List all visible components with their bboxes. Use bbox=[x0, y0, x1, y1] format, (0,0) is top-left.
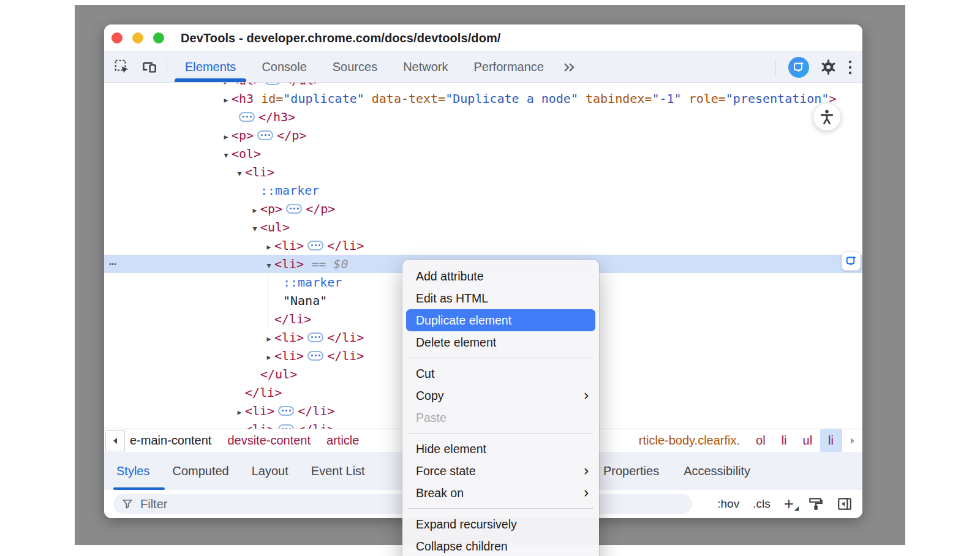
expand-ellipsis-button[interactable] bbox=[307, 351, 323, 361]
breadcrumb-item-li[interactable]: li bbox=[820, 429, 842, 452]
tab-console[interactable]: Console bbox=[249, 52, 319, 82]
tab-performance[interactable]: Performance bbox=[461, 52, 557, 82]
menu-item-hide-element[interactable]: Hide element bbox=[402, 438, 599, 460]
inspect-icon[interactable] bbox=[113, 58, 131, 77]
expand-ellipsis-button[interactable] bbox=[307, 332, 323, 342]
forward-icon[interactable] bbox=[842, 429, 862, 452]
dom-tree-row[interactable]: ▾<ol> bbox=[104, 145, 862, 163]
collapse-arrow-icon[interactable]: ▾ bbox=[221, 146, 232, 164]
menu-item-label: Delete element bbox=[416, 336, 496, 350]
close-button[interactable] bbox=[111, 32, 123, 43]
expand-arrow-icon[interactable]: ▸ bbox=[263, 348, 274, 366]
menu-item-force-state[interactable]: Force state› bbox=[402, 460, 599, 482]
menu-item-duplicate-element[interactable]: Duplicate element bbox=[406, 309, 595, 331]
ai-assistance-icon[interactable] bbox=[788, 57, 809, 78]
expand-ellipsis-button[interactable] bbox=[239, 112, 255, 122]
breadcrumb-item-rticle-body-clearfix[interactable]: rticle-body.clearfix. bbox=[631, 429, 748, 452]
toolbar-divider bbox=[167, 59, 167, 75]
menu-item-label: Add attribute bbox=[416, 269, 484, 284]
toggle-panel-icon[interactable] bbox=[837, 496, 853, 512]
dom-token-value: "duplicate" bbox=[283, 91, 364, 106]
filter-right-controls: :hov .cls + bbox=[717, 490, 853, 518]
dom-tree-row[interactable]: ▸<h3 id="duplicate" data-text="Duplicate… bbox=[104, 89, 862, 108]
more-options-icon[interactable] bbox=[848, 59, 853, 75]
tab-styles[interactable]: Styles bbox=[116, 464, 149, 478]
back-icon[interactable] bbox=[105, 430, 125, 451]
menu-item-add-attribute[interactable]: Add attribute bbox=[402, 265, 599, 287]
expand-arrow-icon[interactable]: ▸ bbox=[221, 83, 232, 89]
expand-arrow-icon[interactable]: ▸ bbox=[263, 238, 274, 256]
expand-ellipsis-button[interactable] bbox=[278, 406, 294, 416]
tab-network[interactable]: Network bbox=[390, 52, 461, 82]
more-tabs-icon[interactable] bbox=[560, 61, 576, 74]
dom-token-tag: <li> bbox=[245, 165, 274, 179]
minimize-button[interactable] bbox=[132, 32, 143, 43]
new-style-rule-button[interactable]: + bbox=[784, 498, 794, 510]
page-background: DevTools - developer.chrome.com/docs/dev… bbox=[0, 0, 980, 556]
dom-token-tag: </li> bbox=[245, 385, 282, 400]
tab-computed[interactable]: Computed bbox=[172, 464, 228, 478]
style-brush-icon[interactable] bbox=[807, 496, 823, 512]
expand-ellipsis-button[interactable] bbox=[278, 424, 294, 429]
tab-event-list[interactable]: Event List bbox=[311, 464, 365, 478]
dom-tree-row[interactable]: </h3> bbox=[104, 108, 862, 126]
dom-token-value: "-1" bbox=[652, 91, 681, 106]
ai-assistance-row-button[interactable] bbox=[842, 252, 861, 271]
menu-item-cut[interactable]: Cut bbox=[402, 363, 599, 385]
expand-arrow-icon[interactable]: ▸ bbox=[234, 403, 245, 421]
tab-elements[interactable]: Elements bbox=[172, 52, 249, 82]
tab-sources[interactable]: Sources bbox=[320, 52, 390, 82]
dom-tree-row[interactable]: ▸<p></p> bbox=[104, 200, 862, 218]
tab-properties[interactable]: Properties bbox=[603, 464, 659, 478]
menu-item-edit-as-html[interactable]: Edit as HTML bbox=[402, 287, 599, 309]
breadcrumb-item-ol[interactable]: ol bbox=[748, 429, 774, 452]
dom-tree-row[interactable]: ::marker bbox=[104, 181, 862, 200]
expand-ellipsis-button[interactable] bbox=[265, 83, 281, 85]
breadcrumb-items-right: rticle-body.clearfix.olliulli bbox=[631, 429, 862, 452]
expand-ellipsis-button[interactable] bbox=[286, 204, 302, 214]
menu-item-collapse-children[interactable]: Collapse children bbox=[402, 535, 599, 556]
collapse-arrow-icon[interactable]: ▾ bbox=[234, 164, 245, 182]
accessibility-icon[interactable] bbox=[813, 103, 841, 131]
toggle-pseudo-state-button[interactable]: :hov bbox=[717, 497, 739, 511]
expand-ellipsis-button[interactable] bbox=[307, 241, 323, 250]
dom-token-eq: == bbox=[304, 257, 333, 271]
row-overflow-dots[interactable]: ⋯ bbox=[109, 255, 118, 273]
dom-token-tag: <li> bbox=[245, 422, 274, 429]
breadcrumb-item-li[interactable]: li bbox=[774, 429, 795, 452]
dom-token-value: "Duplicate a node" bbox=[445, 91, 578, 106]
collapse-arrow-icon[interactable]: ▾ bbox=[263, 256, 274, 274]
dom-tree-row[interactable]: ▸<p></p> bbox=[104, 126, 862, 145]
dom-token-text: "Nana" bbox=[283, 293, 327, 308]
breadcrumb-item-devsite-content[interactable]: devsite-content bbox=[227, 434, 311, 448]
expand-arrow-icon[interactable]: ▸ bbox=[221, 91, 232, 109]
breadcrumb-item-article[interactable]: article bbox=[326, 434, 359, 448]
menu-item-copy[interactable]: Copy› bbox=[402, 385, 599, 407]
expand-arrow-icon[interactable]: ▸ bbox=[249, 201, 260, 219]
dom-token-tag: <li> bbox=[274, 238, 304, 253]
settings-icon[interactable] bbox=[820, 59, 837, 75]
dom-tree-row[interactable]: ▸<ul></ul> bbox=[104, 83, 862, 89]
dom-tree-row[interactable]: ▾<ul> bbox=[104, 218, 862, 236]
tab-accessibility[interactable]: Accessibility bbox=[684, 464, 750, 478]
menu-item-label: Edit as HTML bbox=[416, 291, 488, 306]
collapse-arrow-icon[interactable]: ▾ bbox=[249, 219, 260, 238]
breadcrumb-item-ul[interactable]: ul bbox=[795, 429, 821, 452]
tab-layout[interactable]: Layout bbox=[252, 464, 288, 478]
menu-item-delete-element[interactable]: Delete element bbox=[402, 331, 599, 353]
breadcrumb-item-e-main-content[interactable]: e-main-content bbox=[130, 434, 211, 448]
dom-tree-row[interactable]: ▾<li> bbox=[104, 163, 862, 181]
zoom-button[interactable] bbox=[153, 32, 164, 43]
dom-tree-row[interactable]: ▸<li></li> bbox=[104, 236, 862, 255]
expand-arrow-icon[interactable]: ▸ bbox=[221, 127, 232, 146]
menu-item-break-on[interactable]: Break on› bbox=[402, 482, 599, 504]
dom-token-tag: <ul> bbox=[232, 83, 261, 88]
dom-token-tag: <ul> bbox=[260, 220, 290, 235]
device-toolbar-icon[interactable] bbox=[140, 58, 158, 77]
expand-arrow-icon[interactable]: ▸ bbox=[263, 329, 274, 348]
expand-ellipsis-button[interactable] bbox=[257, 130, 273, 140]
indent-guide bbox=[268, 273, 268, 328]
toggle-class-button[interactable]: .cls bbox=[753, 497, 771, 511]
menu-item-expand-recursively[interactable]: Expand recursively bbox=[402, 513, 599, 535]
expand-arrow-icon[interactable]: ▸ bbox=[234, 421, 245, 429]
